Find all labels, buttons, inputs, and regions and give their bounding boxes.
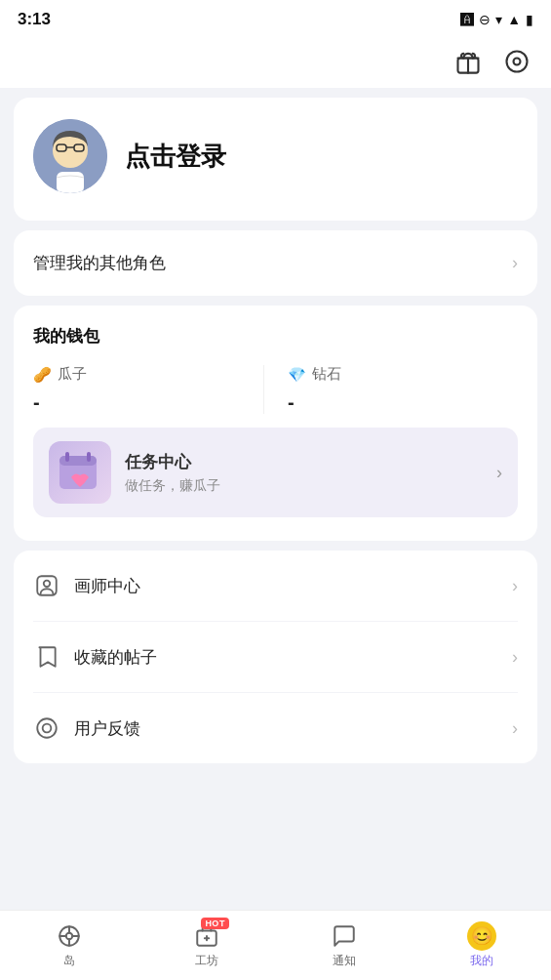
svg-rect-12 (87, 452, 91, 462)
toolbar (0, 35, 551, 88)
manage-roles-item[interactable]: 管理我的其他角色 › (14, 230, 537, 296)
wallet-item-diamond: 💎 钻石 - (263, 365, 518, 414)
bottom-nav: 岛 HOT 工坊 通知 😊 我的 (0, 910, 551, 980)
painter-chevron: › (512, 576, 518, 596)
bookmark-icon (33, 643, 60, 671)
svg-point-15 (37, 718, 57, 738)
notification-nav-label: 通知 (333, 953, 356, 969)
nav-item-workshop[interactable]: HOT 工坊 (138, 921, 275, 969)
task-image (49, 441, 111, 504)
status-icon-minus: ⊖ (479, 12, 491, 27)
svg-rect-8 (57, 172, 84, 193)
wallet-row: 🥜 瓜子 - 💎 钻石 - (33, 365, 518, 414)
diamond-icon: 💎 (288, 366, 306, 384)
nav-item-mine[interactable]: 😊 我的 (413, 921, 551, 969)
login-text: 点击登录 (125, 140, 226, 174)
task-text: 任务中心 做任务，赚瓜子 (125, 451, 483, 495)
mine-nav-icon: 😊 (467, 921, 496, 951)
mine-nav-label: 我的 (470, 953, 493, 969)
painter-label: 画师中心 (74, 575, 140, 597)
main-content: 点击登录 管理我的其他角色 › 我的钱包 🥜 瓜子 - 💎 钻石 (0, 88, 551, 910)
svg-point-2 (514, 59, 521, 65)
bookmark-chevron: › (512, 647, 518, 668)
island-nav-label: 岛 (63, 953, 75, 969)
workshop-nav-icon: HOT (192, 921, 221, 951)
gift-button[interactable] (452, 45, 485, 78)
task-subtitle: 做任务，赚瓜子 (125, 477, 483, 495)
guazi-icon: 🥜 (33, 366, 52, 384)
svg-point-16 (43, 724, 52, 733)
menu-item-bookmark[interactable]: 收藏的帖子 › (14, 622, 537, 692)
painter-icon (33, 572, 60, 599)
island-nav-icon (55, 921, 84, 951)
svg-point-1 (507, 52, 528, 72)
manage-roles-chevron: › (512, 253, 518, 273)
manage-roles-card: 管理我的其他角色 › (14, 230, 537, 296)
status-icons: 🅰 ⊖ ▾ ▲ ▮ (460, 12, 533, 27)
wallet-value-guazi: - (33, 391, 263, 414)
notification-nav-icon (330, 921, 359, 951)
nav-item-notification[interactable]: 通知 (276, 921, 413, 969)
nav-item-island[interactable]: 岛 (0, 921, 138, 969)
status-time: 3:13 (18, 10, 51, 29)
task-title: 任务中心 (125, 451, 483, 473)
svg-rect-11 (65, 452, 69, 462)
wallet-card: 我的钱包 🥜 瓜子 - 💎 钻石 - (14, 306, 537, 541)
workshop-nav-label: 工坊 (195, 953, 218, 969)
mine-emoji: 😊 (467, 921, 496, 951)
menu-item-feedback[interactable]: 用户反馈 › (14, 693, 537, 763)
task-banner[interactable]: 任务中心 做任务，赚瓜子 › (33, 428, 518, 517)
svg-rect-10 (59, 456, 97, 466)
wallet-label-diamond: 💎 钻石 (288, 365, 518, 384)
status-icon-wifi: ▾ (495, 12, 502, 27)
feedback-icon (33, 715, 60, 742)
manage-roles-label: 管理我的其他角色 (33, 252, 166, 274)
status-icon-battery: ▮ (526, 12, 533, 27)
wallet-value-diamond: - (288, 391, 518, 414)
status-icon-a: 🅰 (460, 12, 474, 27)
feedback-label: 用户反馈 (74, 717, 140, 740)
wallet-item-guazi: 🥜 瓜子 - (33, 365, 263, 414)
task-arrow-icon: › (496, 463, 502, 483)
settings-button[interactable] (500, 45, 533, 78)
wallet-title: 我的钱包 (33, 325, 518, 347)
avatar (33, 119, 107, 193)
svg-point-14 (44, 581, 51, 588)
status-icon-signal: ▲ (507, 12, 521, 27)
feedback-chevron: › (512, 718, 518, 739)
profile-card[interactable]: 点击登录 (14, 98, 537, 221)
hot-badge: HOT (201, 918, 229, 929)
bookmark-label: 收藏的帖子 (74, 646, 157, 669)
menu-item-painter[interactable]: 画师中心 › (14, 551, 537, 621)
menu-items-card: 画师中心 › 收藏的帖子 › (14, 551, 537, 763)
wallet-label-guazi: 🥜 瓜子 (33, 365, 263, 384)
status-bar: 3:13 🅰 ⊖ ▾ ▲ ▮ (0, 0, 551, 35)
